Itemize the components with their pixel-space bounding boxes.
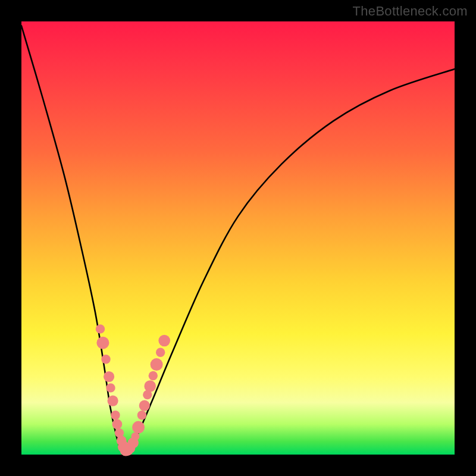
marker-dot xyxy=(111,411,120,419)
chart-frame: TheBottleneck.com xyxy=(0,0,476,476)
bottleneck-curve xyxy=(21,26,455,455)
marker-dot xyxy=(156,348,165,357)
marker-dot xyxy=(101,355,110,364)
marker-dot xyxy=(158,335,170,347)
plot-area xyxy=(21,21,455,455)
highlight-dots xyxy=(96,324,170,456)
marker-dot xyxy=(149,371,158,380)
chart-svg xyxy=(21,21,455,455)
marker-dot xyxy=(144,380,156,392)
marker-dot xyxy=(106,383,115,392)
marker-dot xyxy=(104,371,114,382)
marker-dot xyxy=(132,421,145,434)
marker-dot xyxy=(137,411,146,419)
marker-dot xyxy=(151,358,163,371)
marker-dot xyxy=(108,396,118,406)
marker-dot xyxy=(96,337,109,349)
watermark-text: TheBottleneck.com xyxy=(353,4,468,19)
marker-dot xyxy=(96,324,105,333)
marker-dot xyxy=(112,419,123,430)
marker-dot xyxy=(139,400,150,411)
